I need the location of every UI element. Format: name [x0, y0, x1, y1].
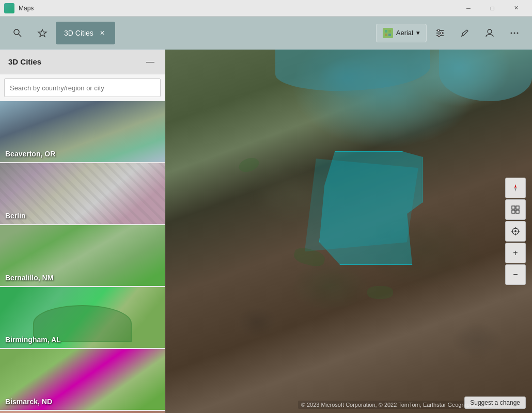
svg-point-14	[511, 32, 512, 34]
main-content: 3D Cities — Beaverton, ORBerlinBernalill…	[0, 50, 532, 413]
vegetation-3	[367, 286, 393, 299]
toolbar: 3D Cities ✕ Aerial ▾	[0, 17, 532, 50]
minimize-button[interactable]: ─	[457, 0, 480, 17]
app-title: Maps	[19, 5, 34, 12]
list-item[interactable]: Beaverton, OR	[0, 101, 165, 163]
list-item[interactable]: Bismarck, ND	[0, 349, 165, 411]
favorites-button[interactable]	[31, 22, 54, 44]
svg-point-15	[514, 32, 515, 34]
more-icon	[509, 28, 520, 38]
compass-icon	[511, 183, 520, 193]
compass-button[interactable]	[505, 178, 526, 198]
suggest-change-button[interactable]: Suggest a change	[464, 396, 526, 409]
zoom-in-button[interactable]: +	[505, 243, 526, 263]
list-item[interactable]: Berlin	[0, 163, 165, 225]
svg-rect-21	[512, 210, 515, 213]
svg-rect-2	[385, 30, 387, 33]
search-input[interactable]	[10, 84, 155, 92]
aerial-button[interactable]: Aerial ▾	[376, 24, 427, 42]
map-area[interactable]: + − © 2023 Microsoft Corporation, © 2022…	[165, 50, 532, 413]
location-icon	[511, 227, 520, 236]
svg-point-13	[488, 29, 492, 34]
svg-point-24	[514, 230, 517, 232]
tab-close-icon[interactable]: ✕	[98, 28, 107, 38]
city-name-label: Beaverton, OR	[5, 150, 55, 158]
svg-point-16	[517, 32, 519, 34]
title-bar-left: Maps	[4, 3, 34, 13]
svg-point-11	[438, 35, 440, 37]
svg-rect-3	[388, 30, 391, 33]
city-name-label: Berlin	[5, 212, 26, 220]
profile-button[interactable]	[478, 22, 501, 44]
aerial-dropdown-icon: ▾	[416, 29, 420, 37]
zoom-in-icon: +	[513, 248, 518, 258]
aerial-map-icon	[383, 28, 393, 38]
svg-rect-22	[516, 210, 519, 213]
city-name-label: Bernalillo, NM	[5, 274, 53, 282]
ink-button[interactable]	[453, 22, 476, 44]
svg-point-10	[441, 32, 443, 34]
favorites-icon	[37, 28, 48, 38]
zoom-out-button[interactable]: −	[505, 264, 526, 285]
panel-minimize-button[interactable]: —	[144, 56, 157, 68]
map-controls: + −	[505, 178, 526, 285]
aerial-label: Aerial	[396, 29, 413, 37]
maximize-button[interactable]: □	[480, 0, 504, 17]
city-name-label: Bismarck, ND	[5, 398, 52, 406]
city-highlight-inner	[305, 158, 418, 251]
svg-point-9	[437, 29, 440, 31]
more-button[interactable]	[503, 22, 526, 44]
title-bar: Maps ─ □ ✕	[0, 0, 532, 17]
svg-rect-19	[512, 206, 515, 209]
zoom-out-icon: −	[513, 270, 518, 279]
3d-cities-tab[interactable]: 3D Cities ✕	[56, 22, 115, 44]
search-box[interactable]	[4, 78, 161, 97]
ink-icon	[460, 28, 470, 38]
city-name-label: Birmingham, AL	[5, 336, 61, 344]
grid-view-button[interactable]	[505, 199, 526, 220]
tab-label: 3D Cities	[64, 29, 93, 37]
svg-marker-17	[514, 184, 517, 188]
svg-marker-18	[514, 188, 517, 192]
panel-header: 3D Cities —	[0, 50, 165, 74]
svg-point-0	[14, 29, 19, 35]
profile-icon	[484, 28, 495, 38]
cities-list: Beaverton, ORBerlinBernalillo, NMBirming…	[0, 101, 165, 413]
grid-icon	[511, 205, 520, 214]
window-controls: ─ □ ✕	[457, 0, 528, 17]
panel-title: 3D Cities	[8, 57, 41, 66]
list-item[interactable]: Bernalillo, NM	[0, 225, 165, 287]
svg-line-1	[19, 34, 21, 37]
search-icon	[12, 28, 23, 38]
svg-rect-20	[516, 206, 519, 209]
list-item[interactable]: Bologna	[0, 411, 165, 413]
app-icon	[4, 3, 14, 13]
svg-rect-4	[385, 34, 387, 36]
left-panel: 3D Cities — Beaverton, ORBerlinBernalill…	[0, 50, 165, 413]
svg-rect-5	[388, 34, 391, 36]
location-button[interactable]	[505, 221, 526, 242]
search-button[interactable]	[6, 22, 29, 44]
close-button[interactable]: ✕	[504, 0, 528, 17]
settings-button[interactable]	[429, 22, 451, 44]
settings-icon	[435, 28, 445, 38]
list-item[interactable]: Birmingham, AL	[0, 287, 165, 349]
